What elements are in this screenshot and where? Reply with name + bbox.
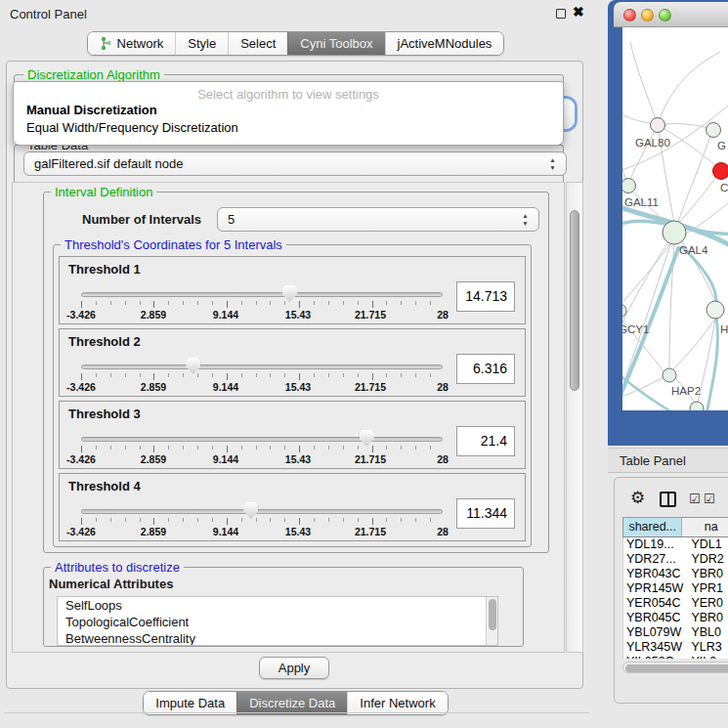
window-zoom-icon[interactable] — [659, 9, 671, 21]
menu-item-manual-discretization[interactable]: Manual Discretization — [14, 102, 563, 119]
slider-ticks — [81, 446, 444, 452]
node-label: GCY1 — [622, 323, 649, 335]
threshold-slider-track[interactable] — [81, 364, 443, 369]
window-minimize-icon[interactable] — [641, 9, 654, 21]
table-row[interactable]: YER054CYER0 — [623, 596, 728, 611]
column-header-name[interactable]: na — [682, 518, 728, 536]
table-row[interactable]: YBR043CYBR0 — [623, 567, 728, 581]
threshold-slider-track[interactable] — [81, 437, 443, 442]
horizontal-scrollbar[interactable] — [622, 662, 728, 673]
table-row[interactable]: YDR27...YDR2 — [623, 552, 728, 567]
scrollbar-thumb[interactable] — [489, 599, 496, 630]
list-item[interactable]: TopologicalCoefficient — [58, 614, 497, 630]
close-panel-icon[interactable]: ✖ — [573, 4, 584, 20]
threshold-label: Threshold 2 — [68, 334, 141, 349]
tick-label: 28 — [437, 309, 449, 321]
tab-impute-data[interactable]: Impute Data — [144, 692, 236, 714]
table-row[interactable]: YBR045CYBR0 — [623, 611, 728, 625]
float-panel-icon[interactable] — [556, 9, 566, 19]
column-header-shared-name[interactable]: shared... — [623, 518, 682, 536]
tick-label: 2.859 — [141, 381, 166, 393]
threshold-slider-track[interactable] — [81, 292, 443, 297]
table-row[interactable]: YBL079WYBL0 — [623, 625, 728, 640]
tab-select[interactable]: Select — [228, 32, 287, 55]
tick-label: -3.426 — [66, 453, 96, 465]
slider-thumb[interactable] — [282, 285, 297, 302]
tab-network[interactable]: Network — [88, 32, 176, 55]
node-partial-right[interactable] — [707, 301, 724, 319]
threshold-slider-track[interactable] — [81, 509, 443, 514]
list-item[interactable]: SelfLoops — [58, 597, 497, 614]
apply-button[interactable]: Apply — [259, 657, 329, 679]
table-panel-title: Table Panel — [620, 453, 686, 468]
slider-thumb[interactable] — [360, 430, 374, 447]
tab-style[interactable]: Style — [175, 32, 228, 55]
vertical-scrollbar[interactable] — [566, 182, 583, 653]
menu-item-equal-width-frequency[interactable]: Equal Width/Frequency Discretization — [14, 119, 563, 137]
threshold-value-field[interactable]: 21.4 — [456, 426, 515, 456]
threshold-panel-1: Threshold 1 -3.426 2.859 9.144 15.43 21.… — [59, 256, 526, 324]
tick-label: 15.43 — [285, 381, 311, 393]
slider-thumb[interactable] — [243, 502, 258, 519]
scrollbar-thumb[interactable] — [570, 210, 579, 391]
window-close-icon[interactable] — [623, 9, 636, 21]
tab-cyni-toolbox[interactable]: Cyni Toolbox — [287, 32, 384, 55]
threshold-panel-4: Threshold 4 -3.426 2.859 9.144 15.43 21.… — [59, 473, 526, 541]
top-tab-bar: Network Style Select Cyni Toolbox jActiv… — [0, 31, 591, 56]
table-row[interactable]: YDL19...YDL1 — [623, 537, 728, 552]
tick-label: 28 — [437, 453, 449, 465]
algorithm-dropdown-menu: Select algorithm to view settings Manual… — [13, 81, 564, 146]
threshold-value-field[interactable]: 11.344 — [456, 498, 515, 529]
panel-bottom-border — [4, 712, 589, 713]
threshold-panel-3: Threshold 3 -3.426 2.859 9.144 15.43 21.… — [59, 401, 526, 469]
settings-gear-icon[interactable]: ⚙ — [630, 490, 645, 507]
threshold-panel-2: Threshold 2 -3.426 2.859 9.144 15.43 21.… — [59, 328, 526, 397]
tick-label: 9.144 — [213, 526, 238, 537]
node-label: G — [717, 140, 726, 151]
show-column-checkbox-icon[interactable]: ☑ — [689, 492, 701, 505]
num-intervals-combobox[interactable]: 5 ▲▼ — [217, 207, 539, 232]
network-icon — [100, 36, 112, 51]
node-gal11[interactable] — [622, 179, 636, 193]
threshold-value-field[interactable]: 14.713 — [456, 281, 515, 312]
node-label: GAL80 — [635, 137, 670, 149]
threshold-label: Threshold 4 — [68, 479, 141, 493]
tick-label: 28 — [437, 526, 449, 537]
list-item[interactable]: BetweennessCentrality — [58, 630, 497, 646]
node-red-selected[interactable] — [713, 163, 728, 180]
tick-label: 21.715 — [355, 381, 386, 393]
tab-discretize-data[interactable]: Discretize Data — [236, 692, 347, 714]
slider-ticks — [81, 301, 444, 308]
node-label: H — [720, 323, 728, 335]
scrollbar-thumb[interactable] — [625, 664, 728, 672]
tick-label: 9.144 — [213, 309, 238, 321]
threshold-value-field[interactable]: 6.316 — [456, 354, 515, 384]
table-data-combobox[interactable]: galFiltered.sif default node ▲▼ — [23, 151, 567, 176]
node-gal80[interactable] — [651, 118, 665, 133]
column-layout-icon[interactable] — [660, 492, 676, 507]
dropdown-placeholder: Select algorithm to view settings — [14, 87, 563, 102]
show-column-checkbox-icon[interactable]: ☑ — [704, 492, 715, 505]
node-gal4[interactable] — [663, 221, 686, 244]
table-row[interactable]: YLR345WYLR3 — [623, 640, 728, 655]
table-row[interactable]: YPR145WYPR1 — [623, 581, 728, 596]
table-row[interactable]: YIL052CYIL0 — [623, 655, 728, 659]
list-scrollbar[interactable] — [486, 597, 497, 645]
network-canvas[interactable]: GAL80 G C GAL11 GAL4 GCY1 H HAP2 — [622, 27, 728, 410]
network-window-titlebar[interactable] — [614, 2, 728, 27]
tick-label: 15.43 — [285, 309, 311, 321]
node-partial-top[interactable] — [707, 123, 721, 138]
tab-jactivemnodules[interactable]: jActiveMNodules — [385, 32, 504, 55]
tick-label: 21.715 — [355, 453, 386, 465]
node-hap2[interactable] — [663, 368, 676, 382]
network-view-window: GAL80 G C GAL11 GAL4 GCY1 H HAP2 — [608, 0, 728, 446]
tick-label: 2.859 — [141, 309, 166, 321]
slider-thumb[interactable] — [186, 358, 200, 374]
threshold-label: Threshold 3 — [68, 407, 141, 421]
table-panel: ⚙ ☑ ☑ shared... na YDL19...YDL1 YDR27...… — [614, 477, 728, 704]
attribute-list: SelfLoops TopologicalCoefficient Between… — [57, 596, 498, 646]
tab-infer-network[interactable]: Infer Network — [347, 692, 447, 714]
discretization-algorithm-title: Discretization Algorithm — [23, 68, 164, 81]
node-partial-bottom[interactable] — [690, 402, 704, 410]
node-label: GAL11 — [624, 196, 659, 208]
